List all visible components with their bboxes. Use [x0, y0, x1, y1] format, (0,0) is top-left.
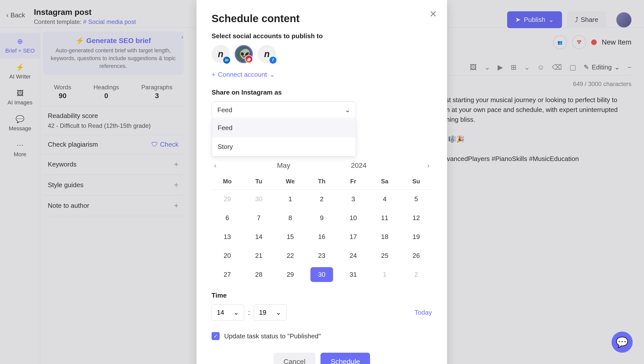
chevron-down-icon: ⌄ — [233, 309, 239, 316]
calendar-day[interactable]: 25 — [369, 246, 400, 265]
calendar-day[interactable]: 1 — [274, 190, 306, 209]
minute-value: 19 — [259, 309, 266, 316]
calendar-day[interactable]: 18 — [369, 227, 400, 246]
calendar-day[interactable]: 11 — [369, 209, 400, 227]
share-as-label: Share on Instagram as — [212, 89, 432, 96]
calendar-day[interactable]: 29 — [274, 265, 306, 284]
hour-value: 14 — [217, 309, 224, 316]
calendar-day[interactable]: 10 — [338, 209, 369, 227]
modal-title: Schedule content — [212, 13, 432, 25]
calendar-day[interactable]: 29 — [212, 190, 243, 209]
check-icon: ✓ — [214, 333, 218, 339]
calendar-weekday: Su — [400, 173, 432, 190]
calendar-day[interactable]: 7 — [243, 209, 274, 227]
time-separator: : — [248, 309, 250, 317]
calendar: MoTuWeThFrSaSu 2930123456789101112131415… — [212, 173, 432, 284]
dropdown-option-feed[interactable]: Feed — [212, 118, 356, 137]
dropdown-option-story[interactable]: Story — [212, 137, 356, 156]
calendar-day[interactable]: 14 — [243, 227, 274, 246]
close-button[interactable]: ✕ — [429, 9, 437, 19]
calendar-weekday: Mo — [212, 173, 243, 190]
calendar-day[interactable]: 21 — [243, 246, 274, 265]
update-status-label: Update task status to "Published" — [224, 332, 321, 340]
calendar-day[interactable]: 17 — [338, 227, 369, 246]
calendar-day[interactable]: 16 — [306, 227, 337, 246]
calendar-day[interactable]: 1 — [369, 265, 400, 284]
calendar-day[interactable]: 6 — [212, 209, 243, 227]
calendar-day[interactable]: 13 — [212, 227, 243, 246]
calendar-weekday: Th — [306, 173, 337, 190]
cancel-button[interactable]: Cancel — [273, 353, 315, 364]
instagram-icon: ◉ — [245, 55, 253, 63]
calendar-day[interactable]: 12 — [400, 209, 432, 227]
connect-label: Connect account — [218, 71, 267, 78]
share-as-value: Feed — [217, 106, 232, 114]
calendar-day[interactable]: 15 — [274, 227, 306, 246]
chevron-down-icon: ⌄ — [345, 106, 350, 114]
help-button[interactable]: 💬 — [612, 332, 633, 353]
prev-month-button[interactable]: ‹ — [214, 161, 216, 170]
calendar-day[interactable]: 28 — [243, 265, 274, 284]
calendar-day[interactable]: 30 — [243, 190, 274, 209]
close-icon: ✕ — [429, 9, 437, 19]
chevron-down-icon: ⌄ — [276, 309, 281, 316]
chevron-down-icon: ⌄ — [269, 71, 275, 78]
calendar-day[interactable]: 8 — [274, 209, 306, 227]
today-button[interactable]: Today — [415, 309, 432, 316]
calendar-day[interactable]: 4 — [369, 190, 400, 209]
calendar-day[interactable]: 5 — [400, 190, 432, 209]
calendar-day[interactable]: 19 — [400, 227, 432, 246]
calendar-day[interactable]: 3 — [338, 190, 369, 209]
calendar-day[interactable]: 23 — [306, 246, 337, 265]
time-label: Time — [212, 292, 432, 299]
facebook-icon: f — [269, 56, 277, 64]
calendar-weekday: We — [274, 173, 306, 190]
account-linkedin[interactable]: n in — [212, 45, 230, 63]
linkedin-icon: in — [223, 56, 231, 64]
calendar-year: 2024 — [351, 161, 367, 170]
calendar-month: May — [277, 161, 290, 170]
calendar-day[interactable]: 2 — [306, 190, 337, 209]
plus-icon: + — [212, 71, 215, 78]
account-facebook[interactable]: n f — [258, 45, 276, 63]
calendar-day[interactable]: 31 — [338, 265, 369, 284]
calendar-day[interactable]: 26 — [400, 246, 432, 265]
calendar-day[interactable]: 22 — [274, 246, 306, 265]
calendar-weekday: Sa — [369, 173, 400, 190]
calendar-weekday: Fr — [338, 173, 369, 190]
select-accounts-label: Select social accounts to publish to — [212, 32, 432, 40]
chat-icon: 💬 — [616, 336, 628, 348]
calendar-weekday: Tu — [243, 173, 274, 190]
calendar-day[interactable]: 24 — [338, 246, 369, 265]
minute-select[interactable]: 19 ⌄ — [254, 304, 287, 321]
connect-account-button[interactable]: + Connect account ⌄ — [212, 71, 432, 78]
calendar-day[interactable]: 27 — [212, 265, 243, 284]
share-as-dropdown: Feed Story — [212, 118, 356, 156]
calendar-day[interactable]: 30 — [310, 267, 333, 282]
next-month-button[interactable]: › — [427, 161, 429, 170]
calendar-day[interactable]: 20 — [212, 246, 243, 265]
hour-select[interactable]: 14 ⌄ — [212, 304, 244, 321]
update-status-checkbox[interactable]: ✓ — [212, 332, 220, 340]
calendar-day[interactable]: 2 — [400, 265, 432, 284]
calendar-day[interactable]: 9 — [306, 209, 337, 227]
schedule-content-modal: ✕ Schedule content Select social account… — [196, 0, 447, 364]
schedule-button[interactable]: Schedule — [320, 353, 370, 364]
account-instagram[interactable]: 👽 ◉ — [235, 45, 253, 63]
share-as-select[interactable]: Feed ⌄ Feed Story — [212, 101, 356, 119]
